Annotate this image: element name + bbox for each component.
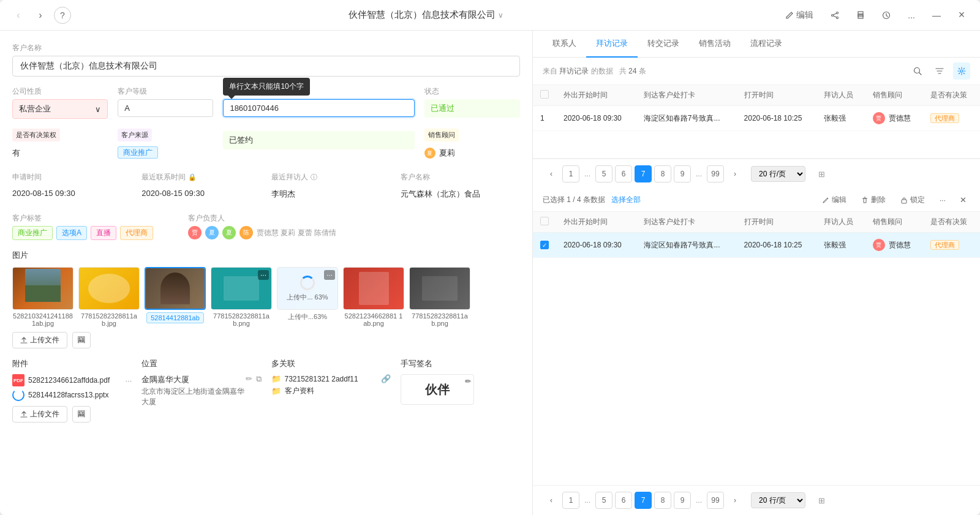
tag-option-a[interactable]: 选项A — [56, 226, 87, 240]
page-next-bottom[interactable]: › — [726, 492, 744, 509]
grid-view-icon-top[interactable]: ⊞ — [813, 165, 830, 182]
tag-live[interactable]: 直播 — [91, 226, 116, 240]
page-9-top[interactable]: 9 — [674, 165, 691, 182]
forward-button[interactable]: › — [32, 7, 49, 24]
attachment-name-2[interactable]: 528144128facrss13.pptx — [28, 391, 132, 399]
sel-more-btn[interactable]: ··· — [935, 194, 951, 207]
header-checkbox[interactable] — [540, 90, 549, 99]
contact-input[interactable] — [223, 99, 414, 117]
help-button[interactable]: ? — [54, 7, 71, 24]
grid-view-icon-bottom[interactable]: ⊞ — [813, 492, 830, 509]
svg-point-2 — [832, 14, 834, 16]
owner-avatar-1[interactable]: 贾 — [188, 226, 202, 239]
related-name-1[interactable]: 73215281321 2addf11 — [285, 375, 377, 383]
page-6-top[interactable]: 6 — [615, 165, 632, 182]
attach-preview-btn[interactable]: 圝 — [72, 406, 91, 423]
tab-sales[interactable]: 销售活动 — [689, 31, 741, 58]
apply-time-col: 申请时间 2020-08-15 09:30 — [12, 172, 132, 203]
upload-file-btn[interactable]: 上传文件 — [12, 332, 67, 348]
more-header-button[interactable]: ... — [903, 8, 920, 23]
customer-source-value: 商业推广 — [118, 144, 213, 162]
page-6-bottom[interactable]: 6 — [615, 492, 632, 509]
page-size-select-bottom[interactable]: 20 行/页 50 行/页 100 行/页 — [751, 492, 805, 508]
image-thumb-6[interactable] — [343, 267, 404, 310]
image-more-btn-5[interactable]: ··· — [324, 270, 335, 280]
th-checkbox — [533, 85, 556, 106]
image-thumb-1[interactable] — [12, 267, 74, 310]
page-99-bottom[interactable]: 99 — [707, 492, 724, 509]
th-arrive: 到达客户处打卡 — [636, 85, 737, 106]
tag-agent[interactable]: 代理商 — [120, 226, 153, 240]
history-button[interactable] — [877, 9, 895, 22]
search-icon-btn[interactable] — [909, 62, 926, 80]
decision-col: 是否有决策权 有 — [12, 129, 108, 162]
image-more-btn-4[interactable]: ··· — [258, 270, 269, 280]
signature-value: 伙伴 — [425, 382, 450, 398]
settings-icon-btn[interactable] — [953, 62, 970, 80]
customer-level-input[interactable] — [118, 99, 213, 117]
location-copy-icon[interactable]: ⧉ — [256, 374, 262, 384]
tag-business[interactable]: 商业推广 — [12, 226, 53, 240]
page-8-top[interactable]: 8 — [654, 165, 671, 182]
close-button[interactable]: × — [953, 7, 970, 24]
page-1-bottom[interactable]: 1 — [562, 492, 579, 509]
preview-btn[interactable]: 圝 — [72, 332, 91, 348]
select-all-link[interactable]: 选择全部 — [611, 195, 641, 204]
page-7-bottom[interactable]: 7 — [635, 492, 652, 509]
image-thumb-4[interactable]: ··· — [211, 267, 272, 310]
print-button[interactable] — [851, 9, 870, 22]
sales-cell-avatar-2: 贾 — [873, 239, 885, 251]
top-data-table: 外出开始时间 到达客户处打卡 打开时间 拜访人员 销售顾问 是否有决策 1 20… — [533, 85, 980, 159]
attachment-more-1[interactable]: ··· — [125, 376, 132, 385]
company-name-input[interactable] — [12, 56, 520, 77]
back-button[interactable]: ‹ — [10, 7, 27, 24]
header-checkbox-2[interactable] — [540, 217, 549, 225]
sel-close-btn[interactable]: ✕ — [956, 193, 970, 208]
contract-status-value: 已签约 — [223, 131, 414, 149]
related-name-2[interactable]: 客户资料 — [285, 386, 391, 396]
tab-visits[interactable]: 拜访记录 — [586, 31, 638, 58]
tab-contacts[interactable]: 联系人 — [543, 31, 586, 58]
tab-process[interactable]: 流程记录 — [741, 31, 792, 58]
attach-upload-btn[interactable]: 上传文件 — [12, 406, 67, 423]
page-99-top[interactable]: 99 — [707, 165, 724, 182]
page-9-bottom[interactable]: 9 — [674, 492, 691, 509]
page-prev-top[interactable]: ‹ — [543, 165, 560, 182]
share-button[interactable] — [826, 9, 844, 22]
page-5-bottom[interactable]: 5 — [595, 492, 612, 509]
tab-transfer[interactable]: 转交记录 — [638, 31, 689, 58]
owner-avatar-2[interactable]: 夏 — [205, 226, 219, 239]
attachment-name-1[interactable]: 528212346612affdda.pdf — [28, 376, 121, 385]
main-content: 客户名称 公司性质 私营企业 ∨ 客户等级 联系方式 — [0, 31, 980, 515]
page-5-top[interactable]: 5 — [595, 165, 612, 182]
signature-box[interactable]: 伙伴 ✏ — [401, 374, 474, 405]
row-checkbox-checked[interactable]: ✓ — [540, 241, 549, 249]
related-link-icon-1[interactable]: 🔗 — [381, 374, 391, 383]
page-prev-bottom[interactable]: ‹ — [543, 492, 560, 509]
page-next-top[interactable]: › — [726, 165, 744, 182]
owner-avatar-3[interactable]: 夏 — [222, 226, 236, 239]
sel-edit-btn[interactable]: 编辑 — [817, 192, 851, 208]
image-thumb-2[interactable] — [78, 267, 140, 310]
image-item-1: 52821032412411881ab.jpg — [12, 267, 74, 327]
minimize-button[interactable]: — — [927, 8, 946, 23]
company-type-select[interactable]: 私营企业 ∨ — [12, 99, 108, 119]
tags-container: 商业推广 选项A 直播 代理商 — [12, 226, 178, 240]
page-size-select-top[interactable]: 20 行/页 50 行/页 100 行/页 — [751, 166, 805, 182]
image-thumb-3[interactable] — [145, 267, 206, 310]
bottom-data-table: 外出开始时间 到达客户处打卡 打开时间 拜访人员 销售顾问 是否有决策 ✓ — [533, 212, 980, 485]
filter-icon-btn[interactable] — [931, 62, 948, 80]
td2-open-time: 2020-06-18 10:25 — [737, 233, 817, 258]
td2-decision: 代理商 — [923, 233, 980, 258]
location-edit-icon[interactable]: ✏ — [246, 374, 252, 384]
page-8-bottom[interactable]: 8 — [654, 492, 671, 509]
edit-button[interactable]: 编辑 — [780, 7, 818, 23]
owner-avatar-4[interactable]: 陈 — [239, 226, 253, 239]
image-thumb-7[interactable] — [409, 267, 470, 310]
sel-lock-btn[interactable]: 锁定 — [895, 192, 930, 208]
page-7-top[interactable]: 7 — [635, 165, 652, 182]
sel-delete-btn[interactable]: 删除 — [856, 192, 891, 208]
signature-edit-icon[interactable]: ✏ — [465, 377, 471, 386]
title-chevron-icon[interactable]: ∨ — [498, 11, 503, 20]
page-1-top[interactable]: 1 — [562, 165, 579, 182]
